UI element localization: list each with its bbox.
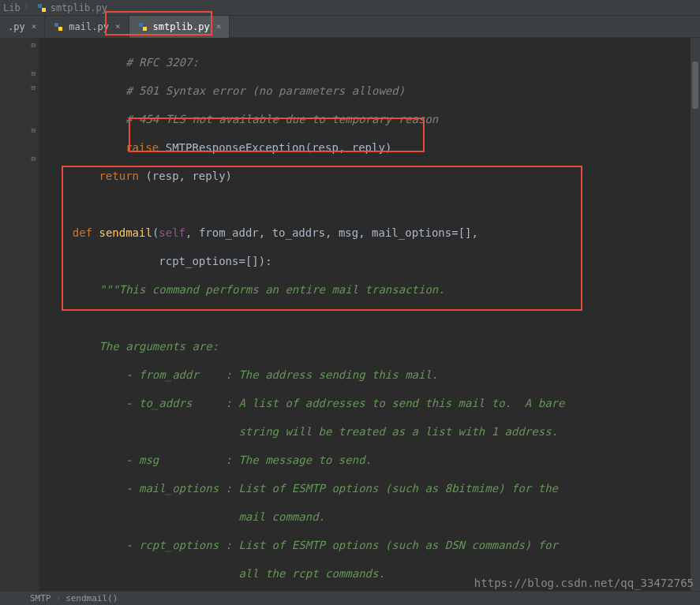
- fold-icon[interactable]: ⊟: [32, 155, 36, 162]
- status-class[interactable]: SMTP: [30, 593, 51, 603]
- tab-smtplib[interactable]: smtplib.py ×: [129, 16, 230, 38]
- python-file-icon: [36, 2, 47, 13]
- keyword-return: return: [99, 170, 139, 182]
- docstring-line: The arguments are:: [46, 340, 219, 353]
- editor-tabs: .py × mail.py × smtplib.py ×: [0, 16, 700, 38]
- code-content[interactable]: # RFC 3207: # 501 Syntax error (no param…: [39, 38, 700, 591]
- tab-py[interactable]: .py ×: [0, 16, 45, 38]
- param-msg: msg: [339, 226, 358, 239]
- docstring-line: string will be treated as a list with 1 …: [46, 425, 558, 438]
- code-comment: # 501 Syntax error (no parameters allowe…: [46, 84, 405, 97]
- scrollbar-thumb[interactable]: [692, 62, 698, 109]
- breadcrumb: Lib 〉 smtplib.py: [0, 0, 700, 16]
- vertical-scrollbar[interactable]: [691, 38, 700, 591]
- editor[interactable]: ⊟ ⊟ ⊟ ⊟ ⊟ # RFC 3207: # 501 Syntax error…: [0, 38, 700, 591]
- breadcrumb-file[interactable]: smtplib.py: [36, 2, 107, 13]
- docstring-line: - mail_options : List of ESMTP options (…: [46, 482, 558, 495]
- keyword-raise: raise: [125, 141, 159, 154]
- close-icon[interactable]: ×: [216, 21, 222, 32]
- docstring-line: """This command performs an entire mail …: [46, 283, 445, 296]
- code-comment: # 454 TLS not available due to temporary…: [46, 113, 438, 125]
- tab-mail[interactable]: mail.py ×: [45, 16, 129, 38]
- code-args: (resp, reply): [305, 141, 392, 154]
- docstring-line: mail command.: [46, 510, 325, 523]
- docstring-line: - rcpt_options : List of ESMTP options (…: [46, 539, 558, 551]
- param-to-addrs: to_addrs: [272, 226, 325, 239]
- class-name: SMTPResponseException: [166, 141, 305, 154]
- breadcrumb-separator: 〉: [24, 1, 33, 14]
- python-file-icon: [137, 21, 148, 32]
- docstring-line: - from_addr : The address sending this m…: [46, 368, 438, 381]
- fold-icon[interactable]: ⊟: [32, 126, 36, 134]
- gutter: ⊟ ⊟ ⊟ ⊟ ⊟: [0, 38, 39, 591]
- python-file-icon: [53, 21, 64, 32]
- keyword-def: def: [73, 226, 92, 239]
- status-bar: SMTP › sendmail(): [0, 591, 700, 605]
- svg-rect-2: [54, 23, 58, 27]
- docstring-line: - to_addrs : A list of addresses to send…: [46, 397, 564, 409]
- fold-icon[interactable]: ⊟: [32, 84, 36, 91]
- close-icon[interactable]: ×: [32, 21, 37, 32]
- svg-rect-0: [38, 4, 42, 8]
- docstring-line: all the rcpt commands.: [46, 567, 385, 580]
- fold-icon[interactable]: ⊟: [32, 69, 36, 77]
- svg-rect-1: [42, 8, 46, 12]
- breadcrumb-folder[interactable]: Lib: [3, 2, 21, 13]
- param-mail-options: mail_options: [372, 226, 451, 239]
- status-function[interactable]: sendmail(): [66, 593, 118, 603]
- svg-rect-5: [143, 27, 147, 31]
- param-rcpt-options: rcpt_options: [159, 255, 238, 267]
- svg-rect-3: [58, 27, 62, 31]
- status-separator: ›: [56, 593, 62, 603]
- svg-rect-4: [139, 23, 143, 27]
- param-from-addr: from_addr: [199, 226, 259, 239]
- fold-icon[interactable]: ⊟: [32, 41, 36, 49]
- code-return-val: (resp, reply): [139, 170, 232, 182]
- code-comment: # RFC 3207:: [46, 56, 199, 69]
- function-name: sendmail: [99, 226, 152, 239]
- param-self: self: [159, 226, 185, 239]
- close-icon[interactable]: ×: [115, 21, 121, 32]
- watermark-text: https://blog.csdn.net/qq_33472765: [474, 577, 694, 589]
- docstring-line: - msg : The message to send.: [46, 454, 372, 466]
